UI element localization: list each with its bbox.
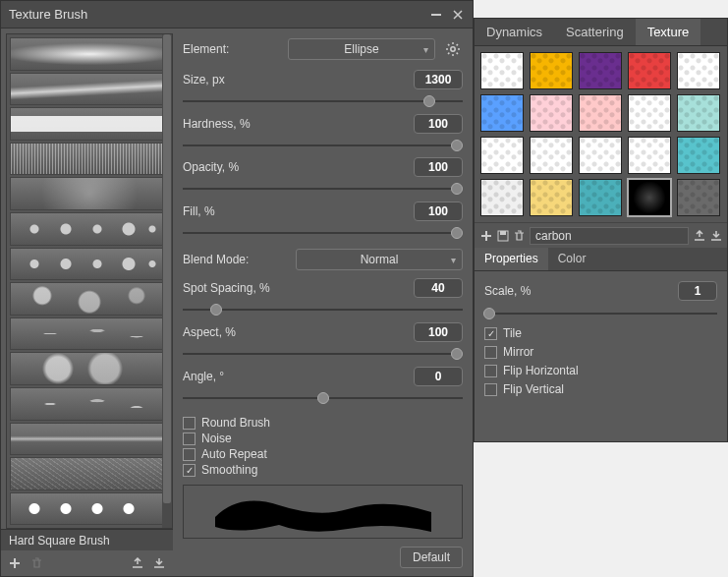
round-brush-label: Round Brush bbox=[201, 416, 270, 430]
size-slider[interactable] bbox=[183, 93, 463, 108]
default-button[interactable]: Default bbox=[400, 547, 463, 568]
brush-preset[interactable] bbox=[10, 352, 169, 385]
brush-preset[interactable] bbox=[10, 282, 169, 316]
scale-slider[interactable] bbox=[484, 306, 717, 321]
size-field[interactable]: 1300 bbox=[414, 70, 463, 89]
opacity-field[interactable]: 100 bbox=[414, 157, 463, 177]
texture-swatch[interactable] bbox=[628, 179, 671, 216]
sub-tab-properties[interactable]: Properties bbox=[475, 248, 548, 270]
texture-panel: Dynamics Scattering Texture Properties C… bbox=[474, 18, 728, 442]
auto-repeat-checkbox[interactable] bbox=[183, 448, 196, 461]
texture-swatch[interactable] bbox=[628, 137, 671, 174]
mirror-label: Mirror bbox=[503, 345, 533, 359]
spacing-label: Spot Spacing, % bbox=[183, 281, 406, 295]
blend-label: Blend Mode: bbox=[183, 253, 288, 266]
close-icon[interactable] bbox=[451, 8, 465, 22]
texture-name-input[interactable] bbox=[530, 227, 689, 245]
texture-footer bbox=[475, 222, 727, 248]
brush-settings: Element: Ellipse Size, px 1300 Hardness,… bbox=[173, 29, 473, 576]
texture-swatch[interactable] bbox=[579, 179, 622, 216]
texture-swatch[interactable] bbox=[677, 52, 720, 89]
spacing-field[interactable]: 40 bbox=[414, 278, 463, 298]
hardness-label: Hardness, % bbox=[183, 117, 406, 131]
selected-brush-name: Hard Square Brush bbox=[1, 529, 173, 550]
brush-preset[interactable] bbox=[10, 492, 169, 526]
angle-field[interactable]: 0 bbox=[414, 367, 463, 386]
scale-field[interactable]: 1 bbox=[678, 281, 717, 301]
texture-swatch[interactable] bbox=[628, 52, 671, 89]
minimize-icon[interactable] bbox=[429, 8, 443, 22]
import-texture-icon[interactable] bbox=[694, 228, 705, 244]
brush-preset[interactable] bbox=[10, 143, 169, 176]
noise-checkbox[interactable] bbox=[183, 433, 196, 445]
blend-mode-dropdown[interactable]: Normal bbox=[296, 249, 463, 270]
fill-field[interactable]: 100 bbox=[414, 202, 463, 221]
tab-scattering[interactable]: Scattering bbox=[554, 19, 636, 45]
tile-checkbox[interactable] bbox=[484, 327, 497, 340]
brush-preset[interactable] bbox=[10, 37, 169, 71]
add-brush-icon[interactable] bbox=[7, 555, 23, 571]
fill-label: Fill, % bbox=[183, 204, 406, 218]
flip-h-checkbox[interactable] bbox=[484, 365, 497, 377]
titlebar: Texture Brush bbox=[1, 1, 473, 29]
delete-brush-icon[interactable] bbox=[28, 555, 44, 571]
delete-texture-icon[interactable] bbox=[514, 228, 525, 244]
fill-slider[interactable] bbox=[183, 225, 463, 240]
element-dropdown[interactable]: Ellipse bbox=[288, 38, 435, 60]
brush-preset-list[interactable] bbox=[6, 33, 173, 529]
size-label: Size, px bbox=[183, 73, 406, 87]
import-brush-icon[interactable] bbox=[130, 555, 145, 571]
brush-preset[interactable] bbox=[10, 177, 169, 210]
add-texture-icon[interactable] bbox=[480, 228, 492, 244]
texture-swatch[interactable] bbox=[579, 137, 622, 174]
hardness-slider[interactable] bbox=[183, 138, 463, 152]
texture-swatch[interactable] bbox=[579, 94, 622, 132]
texture-swatch[interactable] bbox=[579, 52, 622, 89]
smoothing-label: Smoothing bbox=[201, 463, 257, 477]
aspect-label: Aspect, % bbox=[183, 325, 406, 339]
brush-preset[interactable] bbox=[10, 248, 169, 281]
texture-swatch[interactable] bbox=[530, 137, 573, 174]
texture-sub-tabs: Properties Color bbox=[475, 248, 727, 271]
texture-swatch[interactable] bbox=[480, 52, 524, 89]
texture-swatch[interactable] bbox=[480, 179, 524, 216]
texture-swatch[interactable] bbox=[628, 94, 671, 132]
opacity-slider[interactable] bbox=[183, 181, 463, 196]
brush-preset[interactable] bbox=[10, 457, 169, 490]
export-texture-icon[interactable] bbox=[710, 228, 722, 244]
brush-preset[interactable] bbox=[10, 212, 169, 246]
texture-swatch[interactable] bbox=[480, 94, 524, 132]
round-brush-checkbox[interactable] bbox=[183, 417, 196, 430]
tab-dynamics[interactable]: Dynamics bbox=[475, 19, 554, 45]
texture-swatch[interactable] bbox=[677, 137, 720, 174]
hardness-field[interactable]: 100 bbox=[414, 114, 463, 134]
brush-preset[interactable] bbox=[10, 73, 169, 106]
tab-texture[interactable]: Texture bbox=[636, 19, 701, 45]
texture-swatch[interactable] bbox=[530, 52, 573, 89]
texture-swatch[interactable] bbox=[677, 94, 720, 132]
smoothing-checkbox[interactable] bbox=[183, 464, 196, 477]
brush-preset[interactable] bbox=[10, 317, 169, 351]
brush-preset[interactable] bbox=[10, 423, 169, 456]
texture-brush-panel: Texture Brush bbox=[0, 0, 474, 577]
texture-swatch[interactable] bbox=[530, 94, 573, 132]
mirror-checkbox[interactable] bbox=[484, 346, 497, 359]
texture-swatch[interactable] bbox=[677, 179, 720, 216]
angle-slider[interactable] bbox=[183, 390, 463, 405]
save-texture-icon[interactable] bbox=[497, 228, 509, 244]
spacing-slider[interactable] bbox=[183, 302, 463, 317]
opacity-label: Opacity, % bbox=[183, 160, 406, 174]
aspect-field[interactable]: 100 bbox=[414, 322, 463, 342]
sub-tab-color[interactable]: Color bbox=[548, 248, 596, 270]
texture-swatch[interactable] bbox=[480, 137, 524, 174]
flip-v-checkbox[interactable] bbox=[484, 383, 497, 396]
brush-preset[interactable] bbox=[10, 387, 169, 421]
texture-panel-tabs: Dynamics Scattering Texture bbox=[475, 19, 727, 46]
export-brush-icon[interactable] bbox=[151, 555, 167, 571]
flip-v-label: Flip Vertical bbox=[503, 382, 564, 396]
texture-swatch[interactable] bbox=[530, 179, 573, 216]
gear-icon[interactable] bbox=[443, 39, 463, 59]
aspect-slider[interactable] bbox=[183, 346, 463, 361]
brush-list-scrollbar[interactable] bbox=[162, 34, 172, 528]
brush-preset[interactable] bbox=[10, 107, 169, 141]
